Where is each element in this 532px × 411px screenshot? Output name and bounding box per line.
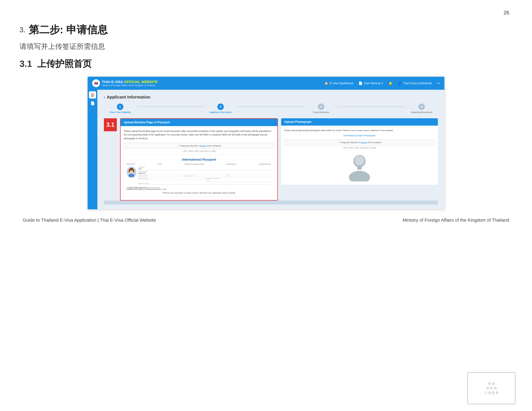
subsection-heading: 3.1 上传护照首页 [19,58,513,70]
nav-brand: 🇹🇭 THAI E-VISA OFFICIAL WEBSITE Ministry… [92,79,158,87]
passport-pob-field: PLACE OF BIRTH [183,175,227,177]
step-connector-3 [337,107,405,107]
applicant-info-title: Applicant Information [107,95,151,100]
passport-panel-header: Upload Biodata Page of Passport [121,119,277,126]
logout-icon: ↪ [437,81,440,85]
passport-warning: *Please scan and attach in proper manner… [127,192,271,194]
passport-preview: International Passport PASSPORT TYPE COD… [124,155,274,197]
page-footer: Guide to Thailand E-Visa Application | T… [19,218,513,223]
passport-mrz: P<TU0R1K5S0N<CAAA&<M81&<<<<<<<<<<<<<<< L… [127,187,271,190]
home-icon: 🏠 [324,81,328,85]
person-placeholder [346,152,372,181]
passport-panel: Upload Biodata Page of Passport Please u… [120,118,278,201]
document-icon: 📄 [359,81,362,85]
passport-field-nationality: NATIONALITY [227,163,237,165]
passport-doi-label: DATE OF ISSUE [138,178,204,179]
passport-doi-value [138,179,204,180]
nav-link-notifications[interactable]: 🔔 [389,81,393,85]
nav-link-manual-label: User Manual ∨ [364,82,383,85]
nav-link-manual[interactable]: 📄 User Manual ∨ [359,81,383,85]
passport-field-issuing: CODE OF ISSUING STATE [184,163,204,165]
step-2-label: Applicant Information [210,111,231,113]
passport-dob-row: DATE OF BIRTH PLACE OF BIRTH [138,175,271,177]
passport-holder-field: HOLDER'S SIGNATURE ～～～ [205,178,271,182]
photograph-upload-zone[interactable]: 📄 Drag and drop file or browse from comp… [284,139,435,145]
top-navbar: 🇹🇭 THAI E-VISA OFFICIAL WEBSITE Ministry… [88,77,444,90]
passport-dob-label: DATE OF BIRTH [138,175,182,177]
passport-description: Please upload the biodata page of your t… [124,129,274,140]
svg-point-1 [129,174,134,177]
passport-mrz-line2: L89B902C3&U707A08122<1204159261B4226B<<<… [127,188,271,190]
stamp-line-3: 入 境 盖 章 [484,391,498,395]
passport-header-row: PASSPORT TYPE CODE OF ISSUING STATE NATI… [127,163,271,165]
nav-link-dashboard[interactable]: 🏠 E-Visa Dashboard [324,81,353,85]
stamp-line-1: 泰 国 [488,382,495,386]
photograph-browse-link[interactable]: browse [361,141,367,144]
passport-pob-label: PLACE OF BIRTH [183,175,227,177]
nav-link-user-label: Thai Evisa (Individual) [403,82,432,85]
passport-photo [127,167,136,178]
user-icon: 👤 [398,81,402,85]
step-1-label: Check Your Eligibility [109,111,131,113]
step-3-label: Travel Information [313,111,330,113]
photograph-upload-note: (.JPG .JPEG .PDF; Limit Size is 3 MB) [284,147,435,149]
nav-link-dashboard-label: E-Visa Dashboard [330,82,353,85]
footer-right-text: Ministry of Foreign Affairs of the Kingd… [403,218,509,223]
nav-brand-subtitle: Ministry of Foreign Affairs of the Kingd… [102,84,158,87]
bell-icon: 🔔 [389,81,393,85]
page-number: 26 [504,10,509,16]
passport-sex-field: SEX [228,175,271,177]
passport-upload-zone[interactable]: 📄 Drag and drop file or browse from comp… [124,143,274,149]
nav-brand-text: THAI E-VISA OFFICIAL WEBSITE Ministry of… [102,80,158,87]
step-2: 2 Applicant Information [204,103,237,113]
main-content: ‹ Applicant Information 1 Check Your Eli… [97,90,444,209]
passport-image: PASSPORT TYPE CODE OF ISSUING STATE NATI… [127,163,271,190]
nav-link-logout[interactable]: ↪ [437,81,440,85]
passport-field-number: PASSPORT NO. [259,163,271,165]
svg-point-4 [129,169,130,172]
footer-left-text: Guide to Thailand E-Visa Application | T… [23,218,156,223]
passport-fields: SURNAME xxxx GIVEN NAMES xxxxx xxx [138,167,271,185]
passport-sex-value [228,177,271,177]
photograph-panel-body: Please upload appropriate photograph tak… [281,126,438,185]
photograph-panel-header: Upload Photograph [281,118,438,126]
passport-doi-field: DATE OF ISSUE [138,178,204,182]
passport-given-row: GIVEN NAMES xxxxx xxx [138,171,271,175]
photograph-panel: Upload Photograph Please upload appropri… [281,118,438,185]
passport-browse-link[interactable]: browse [200,145,207,147]
stamp-line-2: 移 民 局 [486,386,497,390]
passport-doe-field: DATE OF EXPIRY [138,183,271,185]
step-connector-2 [237,107,305,107]
svg-point-5 [133,169,134,172]
passport-pob-value [183,177,227,177]
download-example-link[interactable]: Download Example Photograph [284,134,435,137]
passport-field-type: TYPE [158,163,162,165]
sidebar-home-btn[interactable]: 🏠 [89,91,96,99]
svg-point-7 [349,171,370,181]
footer-strip [104,201,438,205]
svg-rect-8 [357,167,361,170]
passport-surname-row: SURNAME xxxx [138,167,271,170]
passport-upload-note: (.JPG .JPEG .PDF; Limit Size is 3 MB) [124,150,274,152]
sidebar-docs-btn[interactable]: 📄 [89,100,96,107]
section-subtitle: 请填写并上传签证所需信息 [19,42,513,51]
screenshot-container: 🇹🇭 THAI E-VISA OFFICIAL WEBSITE Ministry… [87,77,445,209]
section-title: 第二步: 申请信息 [29,23,108,37]
page-section-title: ‹ Applicant Information [104,95,438,100]
passport-doi-row: DATE OF ISSUE HOLDER'S SIGNATURE ～～～ [138,178,271,182]
passport-dob-field: DATE OF BIRTH [138,175,182,177]
step-1-circle: 1 [117,103,123,110]
nav-link-user[interactable]: 👤 Thai Evisa (Individual) [398,81,432,85]
passport-face-svg [127,167,135,177]
step-connector-1 [136,107,204,107]
nav-logo: 🇹🇭 [92,79,100,87]
passport-surname-label: SURNAME [138,167,271,168]
app-body: 🏠 📄 ‹ Applicant Information 1 Check Your… [88,90,444,209]
passport-field-passport: PASSPORT [127,163,135,165]
section-number: 3. [19,26,26,34]
passport-given-value: xxxxx xxx [138,172,271,175]
svg-point-3 [129,168,133,170]
section-heading: 3. 第二步: 申请信息 [19,23,513,37]
back-arrow-icon[interactable]: ‹ [104,95,105,100]
sidebar: 🏠 📄 [88,90,97,209]
